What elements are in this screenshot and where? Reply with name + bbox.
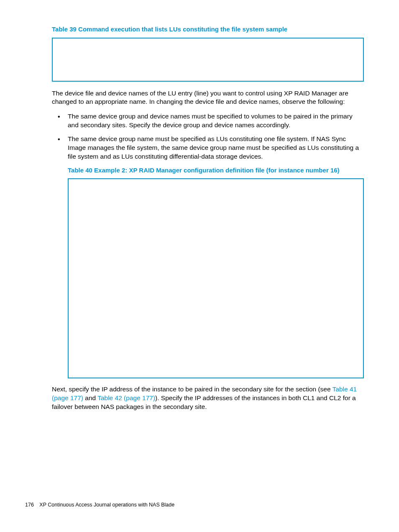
table40-caption: Table 40 Example 2: XP RAID Manager conf… [68, 166, 364, 175]
closing-text-mid: and [83, 394, 97, 401]
closing-paragraph: Next, specify the IP address of the inst… [52, 385, 364, 411]
bullet-item-1: The same device group and device names m… [52, 112, 364, 130]
bullet-item-2: The same device group name must be speci… [52, 135, 364, 161]
intro-paragraph: The device file and device names of the … [52, 89, 364, 107]
footer-section-title: XP Continuous Access Journal operations … [39, 502, 174, 508]
page-footer: 176 XP Continuous Access Journal operati… [25, 502, 174, 508]
page: Table 39 Command execution that lists LU… [0, 0, 399, 532]
table40-box [68, 178, 364, 378]
link-table42[interactable]: Table 42 (page 177) [97, 394, 155, 401]
table39-caption: Table 39 Command execution that lists LU… [52, 25, 364, 33]
page-number: 176 [25, 502, 34, 508]
table40-block: Table 40 Example 2: XP RAID Manager conf… [68, 166, 364, 379]
closing-text-pre: Next, specify the IP address of the inst… [52, 386, 332, 393]
bullet-list: The same device group and device names m… [52, 112, 364, 161]
table39-box [52, 38, 364, 82]
